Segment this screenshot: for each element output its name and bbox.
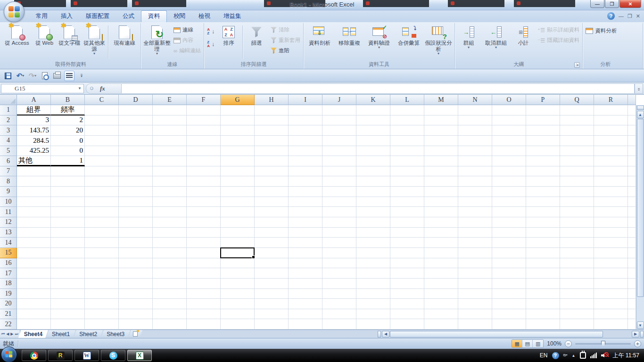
cell-E15[interactable]	[153, 248, 187, 258]
cell-N5[interactable]	[458, 146, 492, 156]
cell-D14[interactable]	[119, 238, 153, 248]
cell-G13[interactable]	[221, 228, 255, 238]
restore-button[interactable]: ❐	[605, 0, 619, 8]
cell-F2[interactable]	[187, 115, 221, 126]
cell-D11[interactable]	[119, 207, 153, 217]
cell-H9[interactable]	[255, 187, 289, 197]
cell-L6[interactable]	[390, 156, 424, 166]
cell-A3[interactable]: 143.75	[17, 125, 51, 136]
zoom-level[interactable]: 100%	[547, 340, 561, 347]
cell-O3[interactable]	[492, 125, 526, 136]
cell-M12[interactable]	[424, 217, 458, 228]
cell-N14[interactable]	[458, 238, 492, 248]
cell-D8[interactable]	[119, 176, 153, 187]
cell-I11[interactable]	[289, 207, 322, 217]
cell-N19[interactable]	[458, 289, 492, 299]
cell-O14[interactable]	[492, 238, 526, 248]
cell-A11[interactable]	[17, 207, 51, 217]
cell-I20[interactable]	[289, 299, 322, 309]
column-header-M[interactable]: M	[424, 95, 458, 105]
cell-B7[interactable]	[51, 166, 85, 177]
cell-J4[interactable]	[322, 136, 356, 146]
minimize-button[interactable]: —	[590, 0, 604, 8]
cell-L16[interactable]	[390, 258, 424, 269]
cell-C12[interactable]	[85, 217, 119, 228]
cell-D4[interactable]	[119, 136, 153, 146]
cell-N1[interactable]	[458, 105, 492, 115]
cell-A4[interactable]: 284.5	[17, 136, 51, 146]
cell-Q7[interactable]	[560, 166, 594, 177]
data-validation-button[interactable]: ✓⊘ 資料驗證 ▾	[364, 24, 394, 61]
cell-I16[interactable]	[289, 258, 322, 269]
cell-M17[interactable]	[424, 268, 458, 279]
cell-O11[interactable]	[492, 207, 526, 217]
cell-K20[interactable]	[356, 299, 390, 309]
clear-filter-button[interactable]: 清除	[269, 25, 302, 34]
cell-M1[interactable]	[424, 105, 458, 115]
cell-J17[interactable]	[322, 268, 356, 279]
scroll-right-icon[interactable]: ▶	[632, 331, 639, 337]
cell-C21[interactable]	[85, 309, 119, 320]
cell-O10[interactable]	[492, 197, 526, 207]
cell-J18[interactable]	[322, 279, 356, 289]
cell-G2[interactable]	[221, 115, 255, 126]
cell-F4[interactable]	[187, 136, 221, 146]
cell-P2[interactable]	[526, 115, 560, 126]
cell-A12[interactable]	[17, 217, 51, 228]
cell-M15[interactable]	[424, 248, 458, 258]
cell-partial-2[interactable]	[628, 115, 636, 126]
cell-R4[interactable]	[594, 136, 628, 146]
cell-D22[interactable]	[119, 319, 153, 329]
cell-E11[interactable]	[153, 207, 187, 217]
cell-J7[interactable]	[322, 166, 356, 177]
cell-I5[interactable]	[289, 146, 322, 156]
cell-B8[interactable]	[51, 176, 85, 187]
cell-K1[interactable]	[356, 105, 390, 115]
cell-R14[interactable]	[594, 238, 628, 248]
cell-C2[interactable]	[85, 115, 119, 126]
cell-partial-20[interactable]	[628, 299, 636, 309]
tab-insert[interactable]: 插入	[54, 11, 79, 22]
cell-N7[interactable]	[458, 166, 492, 177]
row-header-22[interactable]: 22	[0, 319, 17, 329]
cell-B15[interactable]	[51, 248, 85, 258]
cell-Q3[interactable]	[560, 125, 594, 136]
cell-F21[interactable]	[187, 309, 221, 320]
cell-H10[interactable]	[255, 197, 289, 207]
prev-sheet-icon[interactable]: ◀	[6, 332, 9, 336]
cell-D17[interactable]	[119, 268, 153, 279]
insert-function-button[interactable]: fx	[86, 83, 122, 94]
cell-partial-13[interactable]	[628, 228, 636, 238]
taskbar-app-skype[interactable]: S	[101, 350, 125, 361]
cell-C18[interactable]	[85, 279, 119, 289]
cell-P17[interactable]	[526, 268, 560, 279]
cell-partial-11[interactable]	[628, 207, 636, 217]
cell-N12[interactable]	[458, 217, 492, 228]
cell-L14[interactable]	[390, 238, 424, 248]
cell-O9[interactable]	[492, 187, 526, 197]
cell-I7[interactable]	[289, 166, 322, 177]
cell-F1[interactable]	[187, 105, 221, 115]
show-hidden-icons[interactable]: ▲	[572, 354, 576, 358]
cell-A22[interactable]	[17, 319, 51, 329]
row-header-6[interactable]: 6	[0, 156, 17, 166]
cell-partial-15[interactable]	[628, 248, 636, 258]
cell-B11[interactable]	[51, 207, 85, 217]
cell-H17[interactable]	[255, 268, 289, 279]
column-header-L[interactable]: L	[390, 95, 424, 105]
cell-K8[interactable]	[356, 176, 390, 187]
cell-R19[interactable]	[594, 289, 628, 299]
cell-J3[interactable]	[322, 125, 356, 136]
cell-O13[interactable]	[492, 228, 526, 238]
cell-L19[interactable]	[390, 289, 424, 299]
power-icon[interactable]	[580, 352, 586, 359]
cell-H2[interactable]	[255, 115, 289, 126]
cell-M5[interactable]	[424, 146, 458, 156]
taskbar-app-excel[interactable]: X	[127, 350, 152, 361]
cell-H22[interactable]	[255, 319, 289, 329]
row-header-21[interactable]: 21	[0, 309, 17, 320]
cell-C14[interactable]	[85, 238, 119, 248]
cell-F8[interactable]	[187, 176, 221, 187]
cell-K22[interactable]	[356, 319, 390, 329]
cell-H18[interactable]	[255, 279, 289, 289]
